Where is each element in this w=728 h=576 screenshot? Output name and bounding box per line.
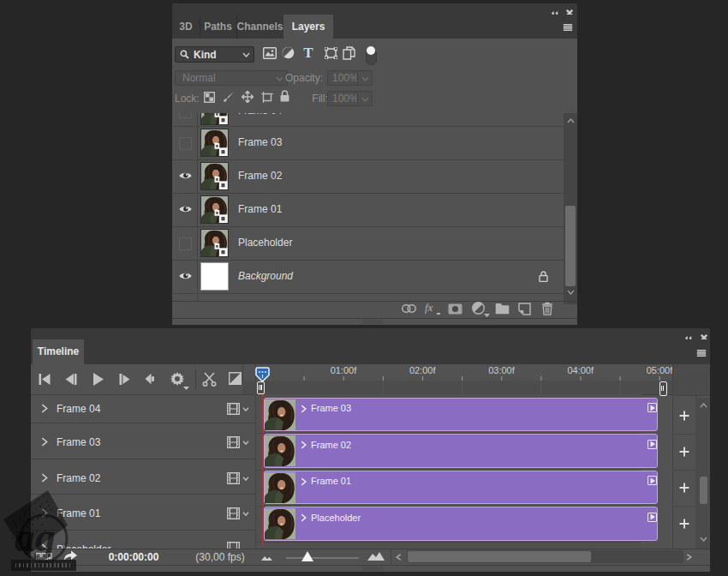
svg-text:ag: ag xyxy=(15,514,56,560)
